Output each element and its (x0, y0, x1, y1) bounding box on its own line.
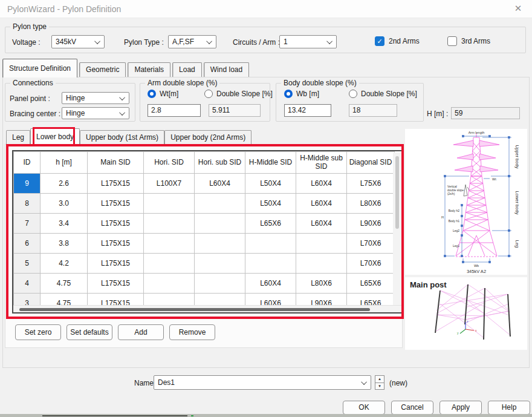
wb-input[interactable]: 13.42 (284, 104, 331, 117)
pylon-type-label: Pylon Type : (124, 38, 164, 47)
column-header[interactable]: Hori. sub SID (195, 152, 245, 174)
column-header[interactable]: Diagonal SID (347, 152, 395, 174)
bracing-center-select[interactable]: Hinge (62, 107, 129, 119)
table-cell[interactable]: L60X4 (195, 174, 245, 194)
table-cell[interactable]: L75X6 (347, 174, 395, 194)
spinner-up-icon[interactable]: ▲ (375, 375, 384, 383)
body-double-slope-input[interactable]: 18 (349, 104, 397, 117)
table-cell[interactable]: L80X6 (296, 274, 347, 294)
table-cell[interactable] (144, 194, 195, 214)
row-id-cell[interactable]: 6 (14, 234, 41, 254)
row-id-cell[interactable]: 5 (14, 254, 41, 274)
table-row: 73.4L175X15L65X6L60X4L90X6 (14, 214, 395, 234)
table-cell[interactable] (195, 234, 245, 254)
table-cell[interactable]: L70X6 (347, 254, 395, 274)
table-cell[interactable] (245, 254, 296, 274)
help-button[interactable]: Help (488, 401, 530, 415)
table-cell[interactable] (144, 274, 195, 294)
row-id-cell[interactable]: 8 (14, 194, 41, 214)
set-defaults-button[interactable]: Set defaults (66, 324, 112, 340)
voltage-select[interactable]: 345kV (51, 35, 105, 48)
spinner-down-icon[interactable]: ▼ (375, 383, 384, 390)
tab-lower-body[interactable]: Lower body (30, 128, 80, 145)
second-arms-checkbox[interactable]: ✓ 2nd Arms (375, 36, 420, 46)
table-cell[interactable]: L60X4 (245, 274, 296, 294)
table-cell[interactable]: L175X15 (88, 234, 144, 254)
table-cell[interactable]: 3.0 (41, 194, 88, 214)
table-cell[interactable]: 3.8 (41, 234, 88, 254)
name-combobox[interactable]: Des1 (154, 375, 371, 390)
table-cell[interactable]: L60X4 (296, 174, 347, 194)
table-cell[interactable] (195, 214, 245, 234)
arm-double-slope-radio[interactable]: Double Slope [%] (204, 90, 273, 98)
cancel-button[interactable]: Cancel (391, 401, 433, 415)
remove-button[interactable]: Remove (169, 324, 215, 340)
tab-structure-definition[interactable]: Structure Definition (2, 59, 77, 77)
table-cell[interactable] (144, 234, 195, 254)
table-cell[interactable]: L175X15 (88, 254, 144, 274)
table-cell[interactable] (296, 254, 347, 274)
tab-materials[interactable]: Materials (128, 62, 170, 77)
ok-button[interactable]: OK (343, 401, 385, 415)
row-id-cell[interactable]: 9 (14, 174, 41, 194)
table-cell[interactable]: L65X6 (347, 274, 395, 294)
table-cell[interactable]: L175X15 (88, 214, 144, 234)
table-cell[interactable]: 2.6 (41, 174, 88, 194)
table-cell[interactable]: L80X6 (347, 194, 395, 214)
table-cell[interactable]: 3.4 (41, 214, 88, 234)
set-zero-button[interactable]: Set zero (15, 324, 61, 340)
row-id-cell[interactable]: 4 (14, 274, 41, 294)
wt-input[interactable]: 2.8 (148, 104, 201, 117)
table-cell[interactable] (195, 254, 245, 274)
table-cell[interactable]: L50X4 (245, 194, 296, 214)
column-header[interactable]: h [m] (41, 152, 88, 174)
third-arms-checkbox[interactable]: 3rd Arms (447, 36, 490, 46)
circuits-select[interactable]: 1 (279, 35, 337, 48)
body-double-slope-radio[interactable]: Double Slope [%] (349, 90, 417, 98)
pylon-type-select[interactable]: A,F,SF (168, 35, 216, 48)
tab-upper-body-1st-arms[interactable]: Upper body (1st Arms) (80, 130, 164, 145)
wt-radio[interactable]: Wt[m] (148, 90, 178, 98)
table-cell[interactable] (296, 234, 347, 254)
add-button[interactable]: Add (118, 324, 164, 340)
table-cell[interactable]: L175X15 (88, 174, 144, 194)
table-header-row: IDh [m]Main SIDHori. SIDHori. sub SIDH-M… (14, 152, 395, 174)
vertical-scrollbar[interactable] (393, 153, 401, 306)
table-cell[interactable]: L175X15 (88, 274, 144, 294)
horizontal-scrollbar[interactable] (13, 305, 403, 312)
wb-radio[interactable]: Wb [m] (284, 90, 319, 98)
column-header[interactable]: ID (14, 152, 41, 174)
row-id-cell[interactable]: 7 (14, 214, 41, 234)
table-cell[interactable] (195, 194, 245, 214)
column-header[interactable]: H-Middle SID (245, 152, 296, 174)
horizontal-scrollbar-thumb[interactable] (19, 308, 370, 311)
tab-load[interactable]: Load (172, 62, 202, 77)
table-cell[interactable]: L60X4 (296, 194, 347, 214)
table-cell[interactable]: L70X6 (347, 234, 395, 254)
tab-geometric[interactable]: Geometric (79, 62, 126, 77)
table-cell[interactable] (144, 214, 195, 234)
column-header[interactable]: Hori. SID (144, 152, 195, 174)
tab-leg[interactable]: Leg (6, 130, 30, 145)
table-cell[interactable]: L50X4 (245, 174, 296, 194)
tab-wind-load[interactable]: Wind load (204, 62, 249, 77)
column-header[interactable]: Main SID (88, 152, 144, 174)
table-cell[interactable] (195, 274, 245, 294)
close-icon[interactable]: ✕ (511, 3, 525, 15)
table-cell[interactable] (144, 254, 195, 274)
arm-double-slope-input[interactable]: 5.911 (209, 104, 261, 117)
column-header[interactable]: H-Middle sub SID (296, 152, 347, 174)
table-cell[interactable]: 4.75 (41, 274, 88, 294)
table-cell[interactable] (245, 234, 296, 254)
panel-point-select[interactable]: Hinge (62, 92, 129, 104)
table-cell[interactable]: L60X4 (296, 214, 347, 234)
table-cell[interactable]: 4.2 (41, 254, 88, 274)
h-input[interactable]: 59 (451, 107, 520, 119)
table-cell[interactable]: L100X7 (144, 174, 195, 194)
table-cell[interactable]: L65X6 (245, 214, 296, 234)
tab-upper-body-2nd-arms[interactable]: Upper body (2nd Arms) (164, 130, 251, 145)
vertical-scrollbar-thumb[interactable] (395, 156, 399, 229)
apply-button[interactable]: Apply (440, 401, 482, 415)
table-cell[interactable]: L175X15 (88, 194, 144, 214)
table-cell[interactable]: L90X6 (347, 214, 395, 234)
